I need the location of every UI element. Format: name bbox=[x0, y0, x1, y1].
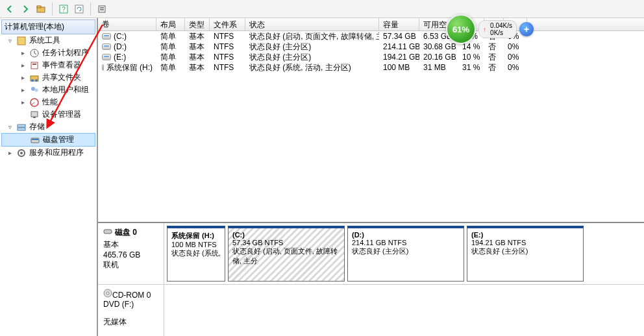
tree-root[interactable]: 计算机管理(本地) bbox=[1, 19, 95, 34]
tree-label: 磁盘管理 bbox=[43, 134, 74, 145]
tree-node-diskmgmt[interactable]: 磁盘管理 bbox=[1, 133, 95, 147]
vol-type: 基本 bbox=[185, 62, 210, 73]
content: 卷 布局 类型 文件系统 状态 容量 可用空间 容 (C:) 简单 基本 NTF… bbox=[97, 18, 644, 336]
drive-icon bbox=[102, 54, 111, 60]
vol-status: 状态良好 (主分区) bbox=[245, 42, 379, 53]
part-status: 状态良好 (系统, bbox=[171, 248, 221, 258]
tree-node-tools[interactable]: ▿系统工具 bbox=[1, 34, 95, 47]
expand-icon[interactable] bbox=[20, 136, 27, 143]
partition[interactable]: (C:) 57.34 GB NTFS 状态良好 (启动, 页面文件, 故障转储,… bbox=[228, 226, 345, 282]
svg-rect-21 bbox=[18, 128, 25, 130]
tree-label: 系统工具 bbox=[29, 35, 60, 46]
col-fs[interactable]: 文件系统 bbox=[210, 18, 245, 30]
nav-tree[interactable]: 计算机管理(本地) ▿系统工具▸任务计划程序▸事件查看器▸共享文件夹▸本地用户和… bbox=[0, 18, 97, 336]
cdrom-info[interactable]: CD-ROM 0 DVD (F:) 无媒体 bbox=[98, 285, 164, 336]
partition[interactable]: (E:) 194.21 GB NTFS 状态良好 (主分区) bbox=[467, 226, 584, 282]
task-icon bbox=[29, 48, 40, 58]
vol-cap: 194.21 GB bbox=[379, 53, 419, 62]
col-status[interactable]: 状态 bbox=[245, 18, 379, 30]
tree-node-users[interactable]: ▸本地用户和组 bbox=[1, 84, 95, 96]
col-capacity[interactable]: 容量 bbox=[379, 18, 419, 30]
tree-node-event[interactable]: ▸事件查看器 bbox=[1, 59, 95, 71]
refresh-icon[interactable] bbox=[72, 2, 86, 16]
cdrom-name: CD-ROM 0 bbox=[112, 291, 151, 300]
separator bbox=[52, 3, 53, 16]
svg-rect-19 bbox=[33, 117, 36, 118]
svg-text:?: ? bbox=[62, 6, 66, 13]
volume-list[interactable]: (C:) 简单 基本 NTFS 状态良好 (启动, 页面文件, 故障转储, 主分… bbox=[98, 31, 644, 222]
expand-icon[interactable]: ▸ bbox=[19, 49, 27, 56]
svg-rect-1 bbox=[37, 6, 41, 8]
back-icon[interactable] bbox=[3, 2, 17, 16]
part-name: 系统保留 (H:) bbox=[171, 231, 221, 241]
volume-row[interactable]: (E:) 简单 基本 NTFS 状态良好 (主分区) 194.21 GB 20.… bbox=[98, 52, 644, 62]
usage-circle[interactable]: 61% bbox=[446, 14, 476, 44]
col-volume[interactable]: 卷 bbox=[98, 18, 156, 30]
event-icon bbox=[29, 60, 40, 71]
diskmgmt-icon bbox=[30, 135, 40, 145]
vol-layout: 简单 bbox=[156, 62, 185, 73]
col-type[interactable]: 类型 bbox=[185, 18, 210, 30]
tree-node-storage[interactable]: ▿存储 bbox=[1, 121, 95, 133]
arrow-up-icon: ↑ bbox=[483, 26, 486, 33]
expand-icon[interactable]: ▸ bbox=[19, 62, 27, 69]
forward-icon[interactable] bbox=[18, 2, 32, 16]
tree-label: 性能 bbox=[42, 97, 58, 108]
vol-name: (C:) bbox=[114, 32, 127, 41]
separator bbox=[90, 3, 91, 16]
folder-icon[interactable] bbox=[34, 2, 48, 16]
vol-fs: NTFS bbox=[210, 32, 245, 41]
tree-label: 共享文件夹 bbox=[42, 72, 81, 83]
cdrom-icon bbox=[103, 291, 112, 300]
tree-label: 任务计划程序 bbox=[42, 47, 89, 58]
vol-type: 基本 bbox=[185, 42, 210, 53]
cdrom-status: 无媒体 bbox=[103, 317, 158, 328]
system-widget[interactable]: 61% ↑ 0.04K/s 0K/s + bbox=[446, 14, 534, 44]
badge-plus[interactable]: + bbox=[519, 22, 534, 36]
expand-icon[interactable]: ▸ bbox=[19, 74, 27, 81]
svg-rect-20 bbox=[18, 125, 25, 127]
svg-rect-18 bbox=[31, 112, 38, 117]
disk-size: 465.76 GB bbox=[103, 250, 158, 259]
tree-node-perf[interactable]: ▸性能 bbox=[1, 96, 95, 108]
partition[interactable]: (D:) 214.11 GB NTFS 状态良好 (主分区) bbox=[347, 226, 464, 282]
volume-row[interactable]: (C:) 简单 基本 NTFS 状态良好 (启动, 页面文件, 故障转储, 主分… bbox=[98, 31, 644, 42]
volume-row[interactable]: (D:) 简单 基本 NTFS 状态良好 (主分区) 214.11 GB 30.… bbox=[98, 42, 644, 52]
expand-icon[interactable]: ▿ bbox=[6, 123, 14, 130]
volume-header[interactable]: 卷 布局 类型 文件系统 状态 容量 可用空间 容 bbox=[98, 18, 644, 31]
part-name: (D:) bbox=[352, 231, 460, 239]
vol-cap: 214.11 GB bbox=[379, 42, 419, 51]
tree-label: 本地用户和组 bbox=[42, 84, 89, 95]
net-speed-box[interactable]: ↑ 0.04K/s 0K/s bbox=[478, 20, 517, 38]
drive-icon bbox=[102, 64, 104, 71]
partition[interactable]: 系统保留 (H:) 100 MB NTFS 状态良好 (系统, bbox=[167, 226, 225, 282]
svg-point-25 bbox=[20, 152, 23, 154]
svg-point-28 bbox=[106, 292, 109, 294]
expand-icon[interactable]: ▿ bbox=[6, 37, 14, 44]
properties-icon[interactable] bbox=[95, 2, 109, 16]
help-icon[interactable]: ? bbox=[56, 2, 71, 16]
svg-rect-26 bbox=[104, 230, 112, 234]
tree-node-share[interactable]: ▸共享文件夹 bbox=[1, 71, 95, 84]
vol-cap: 100 MB bbox=[379, 63, 419, 72]
net-up: 0.04K/s bbox=[490, 22, 512, 29]
svg-point-14 bbox=[35, 79, 38, 82]
part-name: (E:) bbox=[471, 231, 579, 239]
tree-node-services[interactable]: ▸服务和应用程序 bbox=[1, 147, 95, 159]
col-layout[interactable]: 布局 bbox=[156, 18, 185, 30]
vol-fault: 否 bbox=[484, 52, 504, 63]
expand-icon[interactable] bbox=[19, 111, 27, 118]
volume-row[interactable]: 系统保留 (H:) 简单 基本 NTFS 状态良好 (系统, 活动, 主分区) … bbox=[98, 62, 644, 73]
part-status: 状态良好 (主分区) bbox=[471, 246, 579, 256]
expand-icon[interactable]: ▸ bbox=[6, 149, 14, 156]
disk-info[interactable]: 磁盘 0 基本 465.76 GB 联机 bbox=[98, 223, 164, 284]
disk-status: 联机 bbox=[103, 259, 158, 270]
tree-node-task[interactable]: ▸任务计划程序 bbox=[1, 47, 95, 59]
disk-icon bbox=[103, 227, 112, 238]
expand-icon[interactable]: ▸ bbox=[19, 86, 27, 93]
storage-icon bbox=[16, 122, 27, 132]
expand-icon[interactable]: ▸ bbox=[19, 99, 27, 106]
vol-status: 状态良好 (主分区) bbox=[245, 52, 379, 63]
tree-node-device[interactable]: 设备管理器 bbox=[1, 108, 95, 121]
vol-extra: 0% bbox=[504, 53, 527, 62]
